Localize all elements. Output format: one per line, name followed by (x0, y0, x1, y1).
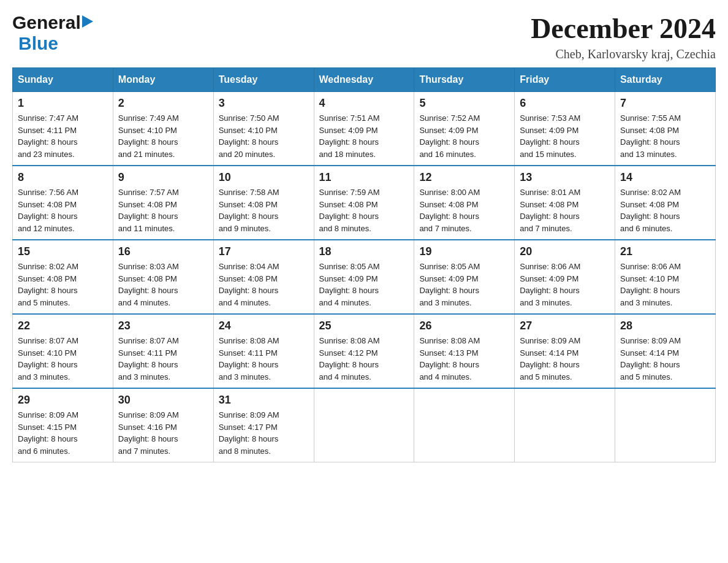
day-info: Sunrise: 8:09 AM Sunset: 4:17 PM Dayligh… (219, 409, 309, 457)
day-cell: 22 Sunrise: 8:07 AM Sunset: 4:10 PM Dayl… (13, 314, 113, 388)
header-cell-wednesday: Wednesday (314, 68, 414, 92)
day-number: 14 (620, 171, 710, 184)
header-cell-friday: Friday (515, 68, 615, 92)
calendar-header: SundayMondayTuesdayWednesdayThursdayFrid… (13, 68, 716, 92)
day-cell: 6 Sunrise: 7:53 AM Sunset: 4:09 PM Dayli… (515, 92, 615, 166)
day-number: 30 (118, 394, 208, 407)
day-info: Sunrise: 8:08 AM Sunset: 4:13 PM Dayligh… (419, 335, 509, 383)
header-cell-thursday: Thursday (414, 68, 515, 92)
calendar-body: 1 Sunrise: 7:47 AM Sunset: 4:11 PM Dayli… (13, 92, 716, 462)
day-number: 28 (620, 320, 710, 332)
day-info: Sunrise: 7:58 AM Sunset: 4:08 PM Dayligh… (219, 186, 309, 234)
day-cell: 7 Sunrise: 7:55 AM Sunset: 4:08 PM Dayli… (615, 92, 716, 166)
day-info: Sunrise: 8:04 AM Sunset: 4:08 PM Dayligh… (219, 261, 309, 308)
day-info: Sunrise: 8:09 AM Sunset: 4:15 PM Dayligh… (18, 409, 108, 457)
day-info: Sunrise: 7:57 AM Sunset: 4:08 PM Dayligh… (118, 186, 208, 234)
day-cell (615, 388, 716, 462)
day-cell (314, 388, 414, 462)
day-cell: 5 Sunrise: 7:52 AM Sunset: 4:09 PM Dayli… (414, 92, 515, 166)
day-info: Sunrise: 7:50 AM Sunset: 4:10 PM Dayligh… (219, 112, 309, 160)
day-number: 26 (419, 320, 509, 332)
day-info: Sunrise: 7:51 AM Sunset: 4:09 PM Dayligh… (319, 112, 409, 160)
day-cell: 11 Sunrise: 7:59 AM Sunset: 4:08 PM Dayl… (314, 166, 414, 240)
logo-arrow-icon (82, 15, 93, 31)
header-row: SundayMondayTuesdayWednesdayThursdayFrid… (13, 68, 716, 92)
day-info: Sunrise: 8:02 AM Sunset: 4:08 PM Dayligh… (18, 261, 108, 308)
svg-marker-0 (82, 15, 93, 28)
day-number: 6 (520, 97, 610, 110)
day-number: 5 (419, 97, 509, 110)
day-number: 10 (219, 171, 309, 184)
day-info: Sunrise: 7:59 AM Sunset: 4:08 PM Dayligh… (319, 186, 409, 234)
day-cell (414, 388, 515, 462)
day-cell: 19 Sunrise: 8:05 AM Sunset: 4:09 PM Dayl… (414, 240, 515, 314)
day-number: 2 (118, 97, 208, 110)
day-cell: 30 Sunrise: 8:09 AM Sunset: 4:16 PM Dayl… (113, 388, 213, 462)
day-info: Sunrise: 7:56 AM Sunset: 4:08 PM Dayligh… (18, 186, 108, 234)
day-cell: 24 Sunrise: 8:08 AM Sunset: 4:11 PM Dayl… (213, 314, 314, 388)
calendar-title: December 2024 (531, 12, 716, 45)
day-number: 31 (219, 394, 309, 407)
day-info: Sunrise: 8:00 AM Sunset: 4:08 PM Dayligh… (419, 186, 509, 234)
day-info: Sunrise: 8:09 AM Sunset: 4:14 PM Dayligh… (620, 335, 710, 383)
week-row-5: 29 Sunrise: 8:09 AM Sunset: 4:15 PM Dayl… (13, 388, 716, 462)
day-info: Sunrise: 8:07 AM Sunset: 4:11 PM Dayligh… (118, 335, 208, 383)
page-header: General Blue December 2024 Cheb, Karlova… (12, 12, 716, 61)
week-row-4: 22 Sunrise: 8:07 AM Sunset: 4:10 PM Dayl… (13, 314, 716, 388)
day-info: Sunrise: 8:06 AM Sunset: 4:09 PM Dayligh… (520, 261, 610, 308)
day-info: Sunrise: 8:07 AM Sunset: 4:10 PM Dayligh… (18, 335, 108, 383)
day-number: 3 (219, 97, 309, 110)
day-number: 17 (219, 245, 309, 258)
day-number: 21 (620, 245, 710, 258)
day-number: 4 (319, 97, 409, 110)
calendar-subtitle: Cheb, Karlovarsky kraj, Czechia (531, 47, 716, 61)
day-info: Sunrise: 8:08 AM Sunset: 4:12 PM Dayligh… (319, 335, 409, 383)
title-section: December 2024 Cheb, Karlovarsky kraj, Cz… (531, 12, 716, 61)
header-cell-monday: Monday (113, 68, 213, 92)
day-cell: 14 Sunrise: 8:02 AM Sunset: 4:08 PM Dayl… (615, 166, 716, 240)
logo: General Blue (12, 12, 93, 54)
day-number: 24 (219, 320, 309, 332)
day-info: Sunrise: 8:03 AM Sunset: 4:08 PM Dayligh… (118, 261, 208, 308)
day-number: 29 (18, 394, 108, 407)
day-info: Sunrise: 8:05 AM Sunset: 4:09 PM Dayligh… (319, 261, 409, 308)
day-cell: 28 Sunrise: 8:09 AM Sunset: 4:14 PM Dayl… (615, 314, 716, 388)
day-info: Sunrise: 7:49 AM Sunset: 4:10 PM Dayligh… (118, 112, 208, 160)
day-info: Sunrise: 8:09 AM Sunset: 4:14 PM Dayligh… (520, 335, 610, 383)
day-info: Sunrise: 8:05 AM Sunset: 4:09 PM Dayligh… (419, 261, 509, 308)
day-number: 20 (520, 245, 610, 258)
day-cell: 4 Sunrise: 7:51 AM Sunset: 4:09 PM Dayli… (314, 92, 414, 166)
logo-blue-text: Blue (18, 33, 58, 54)
day-cell: 8 Sunrise: 7:56 AM Sunset: 4:08 PM Dayli… (13, 166, 113, 240)
day-number: 8 (18, 171, 108, 184)
day-info: Sunrise: 8:02 AM Sunset: 4:08 PM Dayligh… (620, 186, 710, 234)
day-info: Sunrise: 8:01 AM Sunset: 4:08 PM Dayligh… (520, 186, 610, 234)
day-info: Sunrise: 8:06 AM Sunset: 4:10 PM Dayligh… (620, 261, 710, 308)
day-number: 15 (18, 245, 108, 258)
day-cell: 17 Sunrise: 8:04 AM Sunset: 4:08 PM Dayl… (213, 240, 314, 314)
day-number: 16 (118, 245, 208, 258)
day-cell: 15 Sunrise: 8:02 AM Sunset: 4:08 PM Dayl… (13, 240, 113, 314)
day-number: 23 (118, 320, 208, 332)
day-number: 13 (520, 171, 610, 184)
day-cell: 3 Sunrise: 7:50 AM Sunset: 4:10 PM Dayli… (213, 92, 314, 166)
day-cell: 10 Sunrise: 7:58 AM Sunset: 4:08 PM Dayl… (213, 166, 314, 240)
week-row-3: 15 Sunrise: 8:02 AM Sunset: 4:08 PM Dayl… (13, 240, 716, 314)
day-number: 11 (319, 171, 409, 184)
day-cell: 16 Sunrise: 8:03 AM Sunset: 4:08 PM Dayl… (113, 240, 213, 314)
day-cell: 20 Sunrise: 8:06 AM Sunset: 4:09 PM Dayl… (515, 240, 615, 314)
day-cell: 23 Sunrise: 8:07 AM Sunset: 4:11 PM Dayl… (113, 314, 213, 388)
day-info: Sunrise: 7:52 AM Sunset: 4:09 PM Dayligh… (419, 112, 509, 160)
day-cell: 31 Sunrise: 8:09 AM Sunset: 4:17 PM Dayl… (213, 388, 314, 462)
day-cell: 27 Sunrise: 8:09 AM Sunset: 4:14 PM Dayl… (515, 314, 615, 388)
calendar-table: SundayMondayTuesdayWednesdayThursdayFrid… (12, 67, 716, 462)
day-number: 1 (18, 97, 108, 110)
day-cell: 21 Sunrise: 8:06 AM Sunset: 4:10 PM Dayl… (615, 240, 716, 314)
day-cell: 29 Sunrise: 8:09 AM Sunset: 4:15 PM Dayl… (13, 388, 113, 462)
header-cell-sunday: Sunday (13, 68, 113, 92)
day-cell: 2 Sunrise: 7:49 AM Sunset: 4:10 PM Dayli… (113, 92, 213, 166)
day-info: Sunrise: 7:55 AM Sunset: 4:08 PM Dayligh… (620, 112, 710, 160)
day-info: Sunrise: 7:47 AM Sunset: 4:11 PM Dayligh… (18, 112, 108, 160)
day-info: Sunrise: 7:53 AM Sunset: 4:09 PM Dayligh… (520, 112, 610, 160)
day-number: 12 (419, 171, 509, 184)
